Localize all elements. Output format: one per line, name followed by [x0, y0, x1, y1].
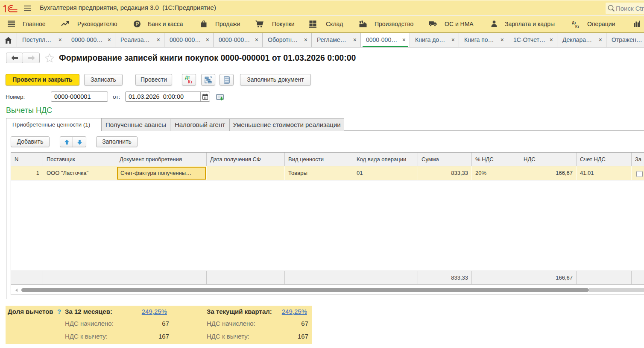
svg-text:Кт: Кт — [575, 24, 579, 28]
